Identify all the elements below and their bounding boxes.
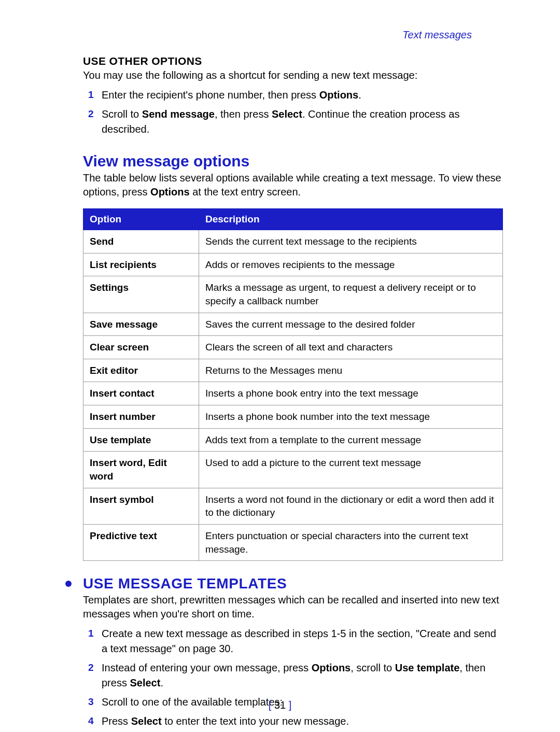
table-header-option: Option (83, 209, 199, 230)
option-name: Send (83, 230, 199, 254)
table-row: List recipientsAdds or removes recipient… (83, 253, 503, 276)
option-description: Clears the screen of all text and charac… (199, 336, 503, 359)
running-head: Text messages (402, 29, 472, 41)
option-name: List recipients (83, 253, 199, 276)
option-description: Inserts a phone book number into the tex… (199, 405, 503, 429)
page: Text messages USE OTHER OPTIONS You may … (0, 0, 560, 732)
step-number: 4 (88, 714, 102, 729)
table-row: Use templateAdds text from a template to… (83, 428, 503, 452)
options-table: Option Description SendSends the current… (83, 208, 503, 561)
option-name: Insert number (83, 405, 199, 429)
list-item: 1 Enter the recipient's phone number, th… (83, 88, 503, 103)
step-text: Instead of entering your own message, pr… (102, 660, 503, 691)
option-name: Exit editor (83, 359, 199, 382)
option-name: Save message (83, 313, 199, 336)
step-text: Enter the recipient's phone number, then… (102, 88, 503, 103)
option-description: Inserts a word not found in the dictiona… (199, 488, 503, 524)
option-description: Adds text from a template to the current… (199, 428, 503, 452)
section-a-intro: You may use the following as a shortcut … (83, 68, 503, 82)
option-description: Adds or removes recipients to the messag… (199, 253, 503, 276)
list-item: 2 Instead of entering your own message, … (83, 660, 503, 691)
section-view-message-options-title: View message options (83, 152, 503, 170)
option-description: Sends the current text message to the re… (199, 230, 503, 254)
bullet-icon (65, 581, 72, 587)
table-row: SettingsMarks a message as urgent, to re… (83, 276, 503, 313)
table-header-description: Description (199, 209, 503, 230)
table-row: Insert contactInserts a phone book entry… (83, 382, 503, 405)
step-text: Press Select to enter the text into your… (102, 714, 503, 729)
option-name: Clear screen (83, 336, 199, 359)
table-row: Insert word, Edit wordUsed to add a pict… (83, 452, 503, 488)
table-row: Predictive textEnters punctuation or spe… (83, 524, 503, 560)
table-row: Save messageSaves the current message to… (83, 313, 503, 336)
step-text: Scroll to Send message, then press Selec… (102, 107, 503, 137)
table-row: Clear screenClears the screen of all tex… (83, 336, 503, 359)
option-description: Marks a message as urgent, to request a … (199, 276, 503, 313)
section-c-intro: Templates are short, prewritten messages… (83, 593, 503, 621)
option-name: Use template (83, 428, 199, 452)
section-use-other-options-title: USE OTHER OPTIONS (83, 55, 503, 67)
option-name: Insert word, Edit word (83, 452, 199, 488)
step-number: 1 (88, 88, 102, 103)
step-number: 2 (88, 107, 102, 137)
section-use-message-templates-head: USE MESSAGE TEMPLATES (83, 575, 503, 592)
section-use-message-templates-title: USE MESSAGE TEMPLATES (83, 575, 287, 592)
option-description: Inserts a phone book entry into the text… (199, 382, 503, 405)
table-row: Insert symbolInserts a word not found in… (83, 488, 503, 524)
option-name: Insert contact (83, 382, 199, 405)
section-a-steps: 1 Enter the recipient's phone number, th… (83, 88, 503, 137)
step-number: 1 (88, 626, 102, 656)
page-number: [ 31 ] (0, 699, 560, 711)
option-description: Returns to the Messages menu (199, 359, 503, 382)
option-name: Predictive text (83, 524, 199, 560)
table-row: SendSends the current text message to th… (83, 230, 503, 254)
list-item: 1 Create a new text message as described… (83, 626, 503, 656)
step-number: 2 (88, 660, 102, 691)
section-c-steps: 1 Create a new text message as described… (83, 626, 503, 732)
table-row: Exit editorReturns to the Messages menu (83, 359, 503, 382)
option-name: Insert symbol (83, 488, 199, 524)
list-item: 2 Scroll to Send message, then press Sel… (83, 107, 503, 137)
step-text: Create a new text message as described i… (102, 626, 503, 656)
option-description: Enters punctuation or special characters… (199, 524, 503, 560)
option-description: Used to add a picture to the current tex… (199, 452, 503, 488)
option-name: Settings (83, 276, 199, 313)
table-row: Insert numberInserts a phone book number… (83, 405, 503, 429)
option-description: Saves the current message to the desired… (199, 313, 503, 336)
section-b-intro: The table below lists several options av… (83, 171, 503, 199)
list-item: 4 Press Select to enter the text into yo… (83, 714, 503, 729)
